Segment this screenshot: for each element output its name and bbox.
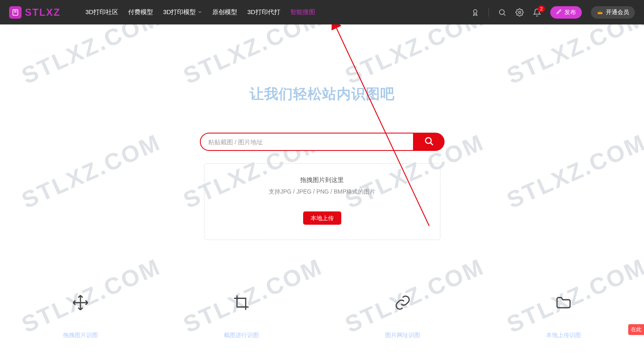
nav-item-image-search[interactable]: 智能搜图 bbox=[290, 8, 315, 16]
open-vip-button[interactable]: 开通会员 bbox=[591, 6, 635, 19]
page-heading: 让我们轻松站内识图吧 bbox=[0, 85, 644, 104]
publish-label: 发布 bbox=[564, 9, 576, 16]
brand-text[interactable]: STLXZ bbox=[25, 7, 61, 18]
notification-badge: 2 bbox=[538, 5, 545, 12]
nav-item-label: 智能搜图 bbox=[290, 8, 315, 16]
vip-label: 开通会员 bbox=[606, 9, 629, 16]
feature-drag-image[interactable]: 拖拽图片识图 bbox=[0, 294, 161, 339]
feature-row: 拖拽图片识图 截图进行识图 图片网址识图 本地上传识图 bbox=[0, 294, 644, 339]
nav-items: 3D打印社区 付费模型 3D打印模型 原创模型 3D打印代打 智能搜图 bbox=[85, 8, 315, 16]
svg-line-6 bbox=[430, 143, 433, 146]
local-upload-button[interactable]: 本地上传 bbox=[303, 211, 341, 225]
corner-tag: 在此 bbox=[628, 324, 644, 335]
top-nav: STLXZ 3D打印社区 付费模型 3D打印模型 原创模型 3D打印代打 智能搜… bbox=[0, 0, 644, 24]
feature-label: 图片网址识图 bbox=[385, 332, 420, 339]
crop-icon bbox=[232, 294, 250, 312]
dropzone-sub: 支持JPG / JPEG / PNG / BMP格式的图片 bbox=[209, 188, 436, 196]
svg-line-3 bbox=[504, 14, 505, 15]
image-url-search bbox=[200, 133, 445, 151]
ranking-icon[interactable] bbox=[471, 8, 479, 17]
feature-upload[interactable]: 本地上传识图 bbox=[483, 294, 644, 339]
nav-divider bbox=[488, 8, 489, 17]
svg-point-1 bbox=[474, 10, 477, 13]
image-search-button[interactable] bbox=[413, 133, 445, 151]
nav-item-community[interactable]: 3D打印社区 bbox=[85, 8, 118, 16]
nav-item-label: 原创模型 bbox=[212, 8, 237, 16]
feature-label: 本地上传识图 bbox=[546, 332, 581, 339]
feature-screenshot[interactable]: 截图进行识图 bbox=[161, 294, 322, 339]
feature-label: 拖拽图片识图 bbox=[63, 332, 98, 339]
chevron-down-icon bbox=[197, 9, 202, 16]
nav-item-label: 3D打印社区 bbox=[85, 8, 118, 16]
svg-point-5 bbox=[425, 138, 431, 143]
image-dropzone[interactable]: 拖拽图片到这里 支持JPG / JPEG / PNG / BMP格式的图片 本地… bbox=[204, 163, 440, 240]
nav-item-label: 3D打印代打 bbox=[247, 8, 280, 16]
settings-icon[interactable] bbox=[515, 8, 524, 17]
pencil-icon bbox=[556, 9, 562, 16]
nav-item-print-service[interactable]: 3D打印代打 bbox=[247, 8, 280, 16]
publish-button[interactable]: 发布 bbox=[550, 6, 582, 19]
nav-item-label: 3D打印模型 bbox=[163, 8, 196, 16]
logo-icon[interactable] bbox=[9, 6, 22, 19]
nav-right: 2 发布 开通会员 bbox=[471, 6, 635, 19]
svg-point-2 bbox=[499, 10, 504, 15]
nav-item-paid-models[interactable]: 付费模型 bbox=[128, 8, 153, 16]
search-icon[interactable] bbox=[498, 8, 506, 17]
nav-item-label: 付费模型 bbox=[128, 8, 153, 16]
image-url-input[interactable] bbox=[200, 133, 413, 151]
feature-url[interactable]: 图片网址识图 bbox=[322, 294, 483, 339]
crown-icon bbox=[597, 9, 603, 16]
search-icon bbox=[424, 136, 434, 148]
link-icon bbox=[394, 294, 412, 312]
folder-icon bbox=[554, 294, 573, 312]
move-icon bbox=[71, 294, 90, 312]
nav-item-original[interactable]: 原创模型 bbox=[212, 8, 237, 16]
svg-point-4 bbox=[519, 11, 521, 13]
dropzone-title: 拖拽图片到这里 bbox=[209, 176, 436, 184]
feature-label: 截图进行识图 bbox=[224, 332, 259, 339]
notifications-icon[interactable]: 2 bbox=[533, 8, 541, 17]
nav-item-print-models[interactable]: 3D打印模型 bbox=[163, 8, 202, 16]
